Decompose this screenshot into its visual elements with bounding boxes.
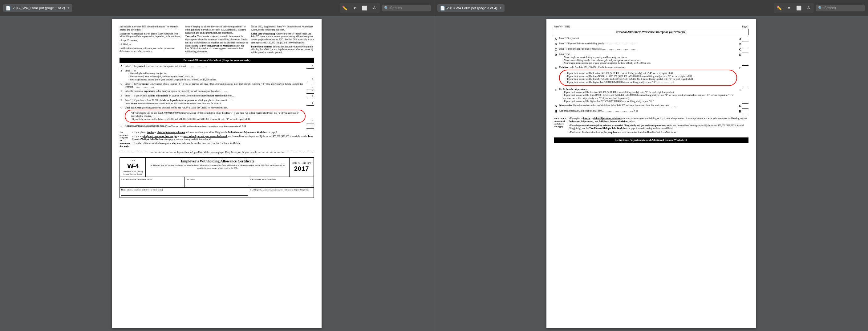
right-accuracy-label: For accuracy,complete allworksheetsthat … — [554, 117, 566, 135]
left-document-title[interactable]: 📄 2017_W4_Form.pdf (page 1 of 2) ▼ — [3, 4, 72, 12]
left-w4-form: Form W-4 Department of the TreasuryInter… — [120, 157, 314, 198]
left-toolbar: 📄 2017_W4_Form.pdf (page 1 of 2) ▼ ✏️ ▾ … — [0, 0, 434, 16]
right-title-chevron[interactable]: ▼ — [499, 6, 502, 9]
row-h-letter: H — [120, 124, 124, 128]
field-address-input[interactable] — [121, 191, 248, 196]
r-row-e-bullet2: • If your total income will be from $69,… — [566, 75, 734, 78]
row-a-letter: A — [120, 64, 124, 68]
right-search-input[interactable] — [824, 6, 861, 10]
r-row-c-right: C — [738, 47, 742, 52]
col2-p2: Tax credits. You can take projected tax … — [185, 35, 249, 53]
row-g-letter: G — [120, 106, 124, 124]
r-row-a-right: A — [738, 36, 742, 41]
row-h-content: Add lines A through G and enter total he… — [124, 124, 307, 128]
r-row-d-letter: D — [554, 52, 558, 65]
table-row: E Enter "1" if you will file as head of … — [120, 94, 314, 98]
w4-fields-row1: 1 Your first name and middle initial Las… — [120, 177, 314, 187]
right-chevron-button[interactable]: ▾ — [784, 3, 794, 12]
table-row: A Enter "1" for yourself A — [554, 36, 748, 41]
right-title-text: 2018 W4 Form.pdf (page 3 of 4) — [447, 6, 497, 10]
right-deductions-title-text: Deductions, Adjustments, and Additional … — [615, 139, 687, 142]
row-b-bullets: • You're single and have only one job; o… — [128, 72, 306, 81]
table-row: C Enter "1" if you will file as head of … — [554, 47, 748, 52]
r-row-b-right: B — [738, 41, 742, 47]
left-toolbar-btn-group: ✏️ ▾ ⬜ A — [340, 3, 380, 13]
field-ssn-label: 2 Your social security number — [250, 178, 313, 181]
r-row-g-right: G — [738, 103, 742, 109]
right-form-table: A Enter "1" for yourself A B Enter "1" i… — [554, 36, 748, 114]
left-pdf-area: and includes more than $350 of unearned … — [0, 16, 434, 331]
row-f-content: Enter "1" if you have at least $2,000 of… — [124, 98, 307, 106]
left-chevron-button[interactable]: ▾ — [350, 3, 360, 12]
r-row-f-bullets: • If your total income will be less than… — [563, 91, 737, 103]
col1-p1: and includes more than $350 of unearned … — [120, 25, 183, 31]
table-row: D Enter "1" if: • You're single, or marr… — [554, 52, 748, 65]
right-panel: 📄 2018 W4 Form.pdf (page 3 of 4) ▼ ✏️ ▾ … — [434, 0, 868, 331]
row-e-line: E — [307, 94, 314, 98]
field-address-label: Home address (number and street or rural… — [121, 189, 248, 191]
table-row-g: G Child Tax Credit (including additional… — [120, 106, 314, 124]
right-accuracy-bullet2: • If you have more than one job at a tim… — [568, 124, 748, 130]
row-c-content: Enter "1" for your spouse. But, you may … — [124, 82, 307, 89]
r-row-a-letter: A — [554, 36, 558, 41]
w4-omb: OMB No. 1545-0074 2017 — [289, 158, 314, 177]
field-name-input[interactable] — [121, 181, 183, 185]
row-e-letter: E — [120, 94, 124, 98]
right-search-box[interactable]: 🔍 — [816, 5, 865, 11]
right-accuracy-block: For accuracy,complete allworksheetsthat … — [554, 117, 748, 135]
right-stamp-button[interactable]: ⬜ — [794, 3, 803, 12]
r-row-b-ans — [742, 41, 748, 47]
left-pdf-page: and includes more than $350 of unearned … — [112, 19, 321, 328]
w4-fields-row2: Home address (number and street or rural… — [120, 187, 314, 198]
row-b-line: B — [307, 69, 314, 82]
w4-field-lastname: Last name — [185, 177, 249, 187]
field-ssn-input[interactable] — [250, 181, 313, 185]
w4-field-ssn: 2 Your social security number — [249, 177, 314, 187]
w4-logo: Form W-4 Department of the TreasuryInter… — [120, 158, 146, 177]
right-edit-button[interactable]: ✏️ — [774, 3, 784, 12]
right-page-num: Page 3 — [742, 25, 748, 28]
w4-year: 2017 — [294, 164, 309, 173]
left-search-input[interactable] — [390, 6, 427, 10]
col2-p1: costs of keeping up a home for yourself … — [185, 25, 249, 34]
table-row: H Add lines A through G and enter total … — [120, 124, 314, 128]
col-text-3: Notice 1392, Supplemental Form W-4 Instr… — [251, 25, 314, 55]
r-row-f-letter: F — [554, 87, 558, 103]
col1-p2: Exceptions. An employee may be able to c… — [120, 32, 183, 38]
app-container: 📄 2017_W4_Form.pdf (page 1 of 2) ▼ ✏️ ▾ … — [0, 0, 868, 331]
left-edit-button[interactable]: ✏️ — [340, 3, 350, 12]
left-search-box[interactable]: 🔍 — [382, 5, 431, 11]
right-accuracy-bullets: • If you plan to itemize or claim adjust… — [568, 117, 748, 135]
row-d-line: D — [307, 89, 314, 94]
left-stamp-button[interactable]: ⬜ — [360, 3, 369, 12]
r-row-h-ans — [742, 109, 748, 114]
row-b-letter: B — [120, 69, 124, 82]
r-row-e-bullet4: • If your total income will be higher th… — [566, 81, 734, 84]
r-row-h-right: H — [738, 109, 742, 114]
right-toolbar: 📄 2018 W4 Form.pdf (page 3 of 4) ▼ ✏️ ▾ … — [434, 0, 868, 16]
row-a-line: A — [307, 64, 314, 68]
row-g-bullet2: • If your total income will be between $… — [131, 118, 303, 121]
left-title-text: 2017_W4_Form.pdf (page 1 of 2) — [12, 6, 65, 10]
r-row-e-content: Child tax credit. See Pub. 972, Child Ta… — [558, 65, 738, 87]
accuracy-bullet1: • If you plan to itemize or claim adjust… — [132, 131, 314, 134]
right-ws-title-text: Personal Allowances Worksheet (Keep for … — [616, 31, 687, 34]
left-panel: 📄 2017_W4_Form.pdf (page 1 of 2) ▼ ✏️ ▾ … — [0, 0, 434, 331]
left-intro-text: and includes more than $350 of unearned … — [120, 25, 314, 55]
w4-field-name: 1 Your first name and middle initial — [120, 177, 185, 187]
table-row: F Credit for other dependents. • If your… — [554, 87, 748, 103]
accuracy-bullet3: • If neither of the above situations app… — [132, 142, 314, 145]
right-document-title[interactable]: 📄 2018 W4 Form.pdf (page 3 of 4) ▼ — [437, 4, 505, 12]
left-form-table: A Enter "1" for yourself if no one else … — [120, 64, 314, 128]
r-row-h-letter: H — [554, 109, 558, 114]
left-sign-button[interactable]: A — [370, 3, 379, 12]
w4-logo-text: W-4 — [127, 162, 138, 171]
field-lastname-input[interactable] — [186, 181, 248, 185]
right-sign-button[interactable]: A — [804, 3, 813, 12]
r-row-c-ans — [742, 47, 748, 52]
r-row-c-letter: C — [554, 47, 558, 52]
table-row: G Other credits. If you have other credi… — [554, 103, 748, 109]
left-title-chevron[interactable]: ▼ — [67, 6, 70, 9]
col3-p1: Notice 1392, Supplemental Form W-4 Instr… — [251, 25, 314, 31]
row-b-content: Enter "1" if: • You're single and have o… — [124, 69, 307, 82]
